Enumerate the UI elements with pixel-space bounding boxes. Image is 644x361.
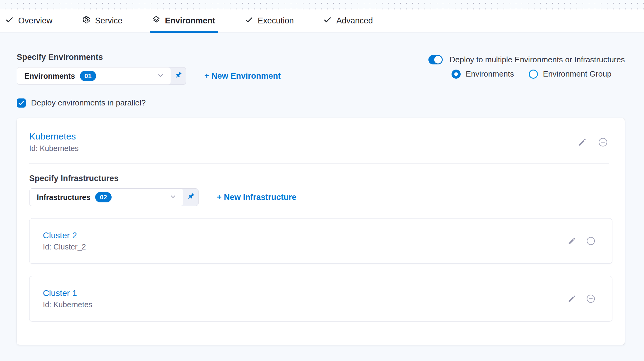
tab-label: Execution (258, 16, 294, 26)
chevron-down-icon (157, 71, 164, 81)
tab-execution[interactable]: Execution (244, 9, 294, 33)
tab-label: Service (95, 16, 123, 26)
edit-environment-button[interactable] (578, 138, 587, 147)
environments-count-badge: 01 (80, 71, 96, 81)
radio-label: Environment Group (543, 69, 611, 79)
multi-deploy-toggle[interactable] (428, 55, 443, 64)
specify-environments-heading: Specify Environments (17, 53, 281, 62)
infrastructure-name-link[interactable]: Cluster 1 (43, 288, 92, 298)
specify-infrastructures-heading: Specify Infrastructures (29, 174, 612, 183)
check-icon (244, 15, 254, 26)
pin-icon (186, 192, 195, 202)
pencil-icon (578, 138, 587, 147)
radio-selected-icon (452, 70, 461, 79)
pencil-icon (568, 294, 576, 303)
remove-environment-button[interactable] (598, 137, 608, 147)
tab-overview[interactable]: Overview (5, 9, 53, 33)
new-infrastructure-link[interactable]: + New Infrastructure (217, 193, 296, 202)
remove-infrastructure-button[interactable] (586, 294, 596, 304)
tab-environment[interactable]: Environment (152, 9, 215, 33)
tab-label: Environment (165, 16, 215, 26)
infrastructure-info: Cluster 2 Id: Cluster_2 (43, 231, 86, 251)
check-icon (5, 15, 14, 26)
pin-icon (174, 71, 183, 81)
radio-environment-group[interactable]: Environment Group (529, 69, 611, 79)
gear-icon (82, 15, 91, 26)
infrastructures-count-badge: 02 (95, 192, 111, 202)
remove-infrastructure-button[interactable] (586, 236, 596, 246)
active-tab-underline (150, 31, 218, 33)
environments-dropdown[interactable]: Environments 01 (17, 67, 171, 84)
infrastructure-id: Id: Kubernetes (43, 300, 92, 309)
minus-circle-icon (586, 294, 596, 304)
environment-card: Kubernetes Id: Kubernetes Specify In (17, 118, 625, 345)
pin-environments-button[interactable] (171, 67, 186, 84)
minus-circle-icon (586, 236, 596, 246)
pipeline-canvas-dotted-background (0, 0, 644, 9)
radio-environments[interactable]: Environments (452, 69, 514, 79)
edit-infrastructure-button[interactable] (568, 237, 576, 245)
deploy-parallel-checkbox[interactable] (17, 98, 26, 108)
environment-name-link[interactable]: Kubernetes (29, 131, 79, 142)
environment-tab-content: Specify Environments Environments 01 (0, 33, 644, 345)
infrastructure-card-cluster-2: Cluster 2 Id: Cluster_2 (29, 218, 612, 264)
tab-label: Advanced (336, 16, 373, 26)
multi-deploy-label: Deploy to multiple Environments or Infra… (449, 55, 625, 64)
environment-icon (152, 15, 161, 26)
environment-card-info: Kubernetes Id: Kubernetes (29, 131, 79, 153)
tab-label: Overview (18, 16, 53, 26)
tab-advanced[interactable]: Advanced (323, 9, 373, 33)
check-icon (323, 15, 332, 26)
infrastructure-card-cluster-1: Cluster 1 Id: Kubernetes (29, 276, 612, 321)
minus-circle-icon (598, 137, 608, 147)
deploy-parallel-label: Deploy environments in parallel? (31, 98, 146, 108)
environments-dropdown-label: Environments (24, 72, 75, 81)
specify-environments-block: Specify Environments Environments 01 (17, 53, 281, 85)
infrastructure-name-link[interactable]: Cluster 2 (43, 231, 86, 240)
edit-infrastructure-button[interactable] (568, 294, 576, 303)
stage-tab-bar: Overview Service Environment Execution (0, 9, 644, 33)
infrastructures-select-wrap: Infrastructures 02 (29, 188, 199, 206)
environment-id: Id: Kubernetes (29, 144, 79, 153)
chevron-down-icon (169, 193, 177, 202)
radio-label: Environments (466, 69, 514, 79)
new-environment-link[interactable]: + New Environment (204, 71, 281, 81)
infrastructures-dropdown-label: Infrastructures (37, 193, 90, 202)
environments-select-wrap: Environments 01 (17, 67, 186, 85)
pin-infrastructures-button[interactable] (183, 189, 198, 206)
pencil-icon (568, 237, 576, 245)
card-divider (29, 163, 609, 163)
tab-service[interactable]: Service (82, 9, 123, 33)
infrastructure-id: Id: Cluster_2 (43, 242, 86, 251)
infrastructure-info: Cluster 1 Id: Kubernetes (43, 288, 92, 309)
multi-deploy-block: Deploy to multiple Environments or Infra… (428, 53, 625, 79)
infrastructures-dropdown[interactable]: Infrastructures 02 (29, 189, 183, 206)
radio-unselected-icon (529, 70, 538, 79)
toggle-knob (434, 56, 442, 64)
